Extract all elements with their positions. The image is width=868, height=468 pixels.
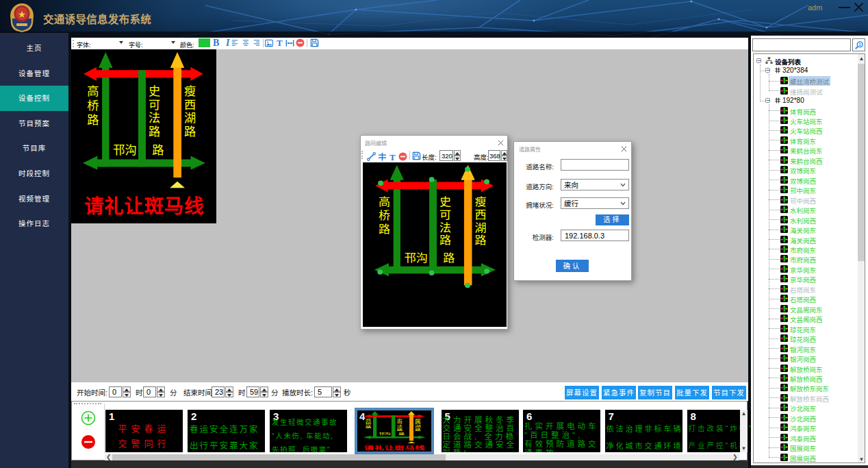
svg-text:路: 路 bbox=[415, 428, 421, 431]
svg-text:邗沟: 邗沟 bbox=[379, 432, 391, 436]
svg-text:西: 西 bbox=[184, 98, 196, 112]
svg-text:邗沟: 邗沟 bbox=[113, 143, 136, 157]
svg-text:湖: 湖 bbox=[474, 221, 486, 234]
svg-text:路: 路 bbox=[397, 428, 403, 431]
svg-text:湖: 湖 bbox=[415, 425, 421, 428]
svg-text:路: 路 bbox=[366, 425, 372, 428]
svg-text:$: $ bbox=[858, 42, 861, 47]
svg-text:可: 可 bbox=[149, 98, 160, 112]
svg-text:★: ★ bbox=[18, 10, 26, 19]
svg-text:路: 路 bbox=[443, 251, 455, 264]
svg-text:路: 路 bbox=[474, 234, 486, 247]
svg-text:路: 路 bbox=[184, 125, 196, 138]
svg-text:路: 路 bbox=[152, 143, 164, 157]
svg-text:路: 路 bbox=[398, 432, 405, 436]
svg-text:可: 可 bbox=[439, 208, 451, 221]
svg-text:高: 高 bbox=[87, 84, 99, 98]
svg-text:史: 史 bbox=[149, 84, 160, 98]
svg-text:可: 可 bbox=[397, 422, 403, 425]
svg-text:史: 史 bbox=[397, 418, 403, 421]
svg-text:请礼让斑马线: 请礼让斑马线 bbox=[364, 445, 426, 450]
svg-text:瘦: 瘦 bbox=[474, 195, 486, 208]
svg-text:瘦: 瘦 bbox=[184, 84, 196, 98]
svg-text:高: 高 bbox=[379, 195, 390, 208]
svg-text:西: 西 bbox=[474, 208, 486, 221]
svg-text:邗沟: 邗沟 bbox=[405, 251, 428, 264]
svg-text:路: 路 bbox=[379, 223, 390, 236]
svg-text:桥: 桥 bbox=[379, 209, 390, 222]
svg-text:路: 路 bbox=[87, 113, 99, 127]
svg-text:法: 法 bbox=[149, 112, 160, 125]
svg-text:法: 法 bbox=[439, 221, 451, 234]
svg-text:路: 路 bbox=[149, 125, 160, 138]
svg-text:史: 史 bbox=[439, 195, 451, 208]
svg-text:湖: 湖 bbox=[184, 112, 196, 125]
svg-text:瘦: 瘦 bbox=[415, 418, 421, 421]
svg-text:法: 法 bbox=[397, 425, 403, 428]
svg-text:高: 高 bbox=[366, 418, 372, 421]
svg-text:桥: 桥 bbox=[366, 421, 372, 425]
svg-text:请礼让斑马线: 请礼让斑马线 bbox=[84, 195, 204, 217]
svg-text:西: 西 bbox=[415, 422, 421, 426]
svg-text:路: 路 bbox=[439, 234, 451, 247]
svg-text:桥: 桥 bbox=[87, 99, 99, 112]
